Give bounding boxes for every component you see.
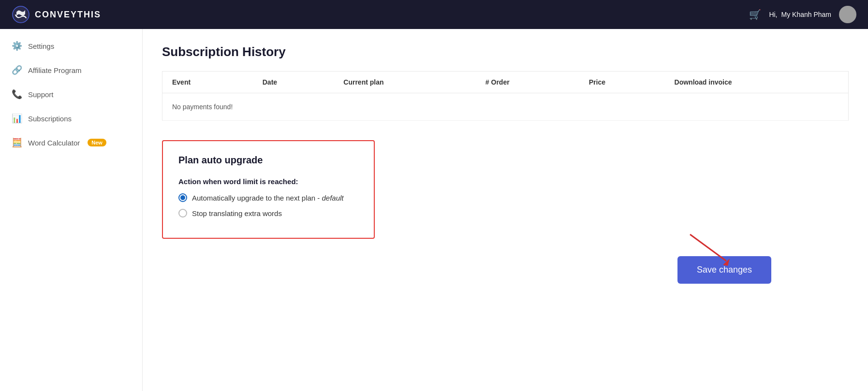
sidebar-item-word-calculator[interactable]: 🧮 Word Calculator New: [0, 130, 142, 155]
sidebar-item-affiliate[interactable]: 🔗 Affiliate Program: [0, 58, 142, 82]
subscription-history-title: Subscription History: [162, 44, 849, 59]
save-changes-button[interactable]: Save changes: [677, 256, 771, 284]
logo: CONVEYTHIS: [12, 5, 101, 24]
affiliate-icon: 🔗: [12, 65, 22, 75]
sidebar-item-label: Support: [28, 90, 54, 99]
sidebar: ⚙️ Settings 🔗 Affiliate Program 📞 Suppor…: [0, 29, 143, 391]
action-label: Action when word limit is reached:: [178, 177, 358, 186]
radio-option-stop-translating[interactable]: Stop translating extra words: [178, 209, 358, 217]
sidebar-item-label: Settings: [28, 42, 54, 50]
user-name: My Khanh Pham: [781, 11, 832, 18]
plan-upgrade-title: Plan auto upgrade: [178, 155, 358, 166]
plan-upgrade-box: Plan auto upgrade Action when word limit…: [162, 140, 375, 239]
col-order: # Order: [476, 72, 579, 93]
col-price: Price: [579, 72, 665, 93]
user-info: Hi, My Khanh Pham: [769, 11, 831, 18]
sidebar-item-label: Subscriptions: [28, 115, 72, 123]
cart-icon[interactable]: 🛒: [749, 9, 761, 20]
subscription-history-table: Event Date Current plan # Order Price Do…: [162, 71, 849, 121]
radio-stop-translating[interactable]: [178, 209, 187, 217]
sidebar-item-support[interactable]: 📞 Support: [0, 82, 142, 106]
sidebar-item-label: Word Calculator: [28, 139, 80, 147]
logo-text: CONVEYTHIS: [35, 10, 101, 20]
radio-auto-upgrade[interactable]: [178, 193, 187, 202]
logo-icon: [12, 5, 30, 24]
new-badge: New: [88, 139, 106, 146]
header-right: 🛒 Hi, My Khanh Pham: [749, 6, 856, 23]
table-row-empty: No payments found!: [162, 93, 849, 121]
option-stop-translating-text: Stop translating extra words: [192, 209, 282, 217]
sidebar-item-label: Affiliate Program: [28, 66, 82, 74]
main-content: Subscription History Event Date Current …: [143, 29, 868, 391]
header: CONVEYTHIS 🛒 Hi, My Khanh Pham: [0, 0, 868, 29]
col-invoice: Download invoice: [665, 72, 849, 93]
col-current-plan: Current plan: [334, 72, 476, 93]
support-icon: 📞: [12, 89, 22, 100]
col-event: Event: [162, 72, 253, 93]
user-greeting: Hi,: [769, 11, 777, 18]
radio-option-auto-upgrade[interactable]: Automatically upgrade to the next plan -…: [178, 193, 358, 202]
subscriptions-icon: 📊: [12, 113, 22, 124]
settings-icon: ⚙️: [12, 41, 22, 51]
sidebar-item-settings[interactable]: ⚙️ Settings: [0, 34, 142, 58]
avatar[interactable]: [839, 6, 856, 23]
option-auto-upgrade-text: Automatically upgrade to the next plan -…: [192, 194, 344, 202]
content-area: Subscription History Event Date Current …: [143, 29, 868, 391]
save-area: Save changes: [162, 246, 849, 284]
col-date: Date: [253, 72, 334, 93]
word-calculator-icon: 🧮: [12, 137, 22, 148]
layout: ⚙️ Settings 🔗 Affiliate Program 📞 Suppor…: [0, 29, 868, 391]
no-payments-message: No payments found!: [162, 93, 849, 121]
sidebar-item-subscriptions[interactable]: 📊 Subscriptions: [0, 106, 142, 130]
